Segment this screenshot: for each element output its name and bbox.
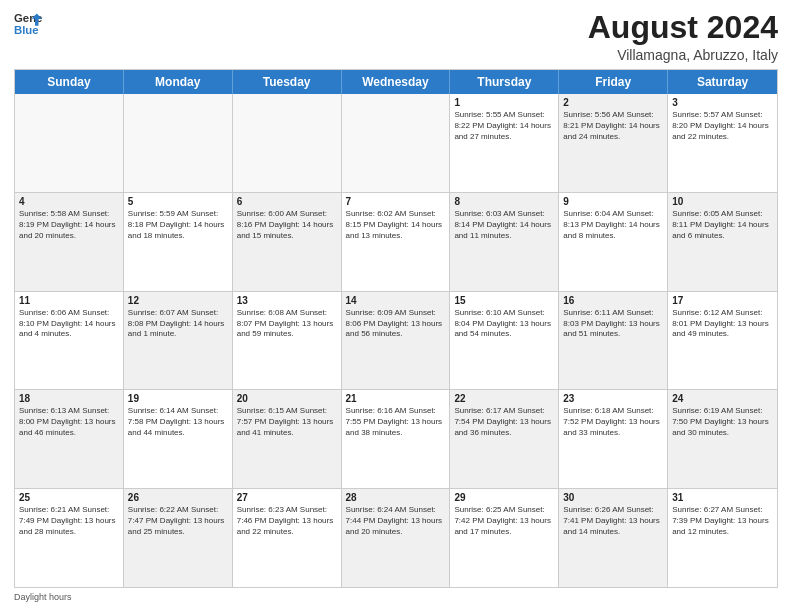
calendar-cell xyxy=(233,94,342,192)
calendar-cell: 9Sunrise: 6:04 AM Sunset: 8:13 PM Daylig… xyxy=(559,193,668,291)
calendar-cell: 21Sunrise: 6:16 AM Sunset: 7:55 PM Dayli… xyxy=(342,390,451,488)
day-number: 11 xyxy=(19,295,119,306)
header-day-wednesday: Wednesday xyxy=(342,70,451,94)
calendar-cell: 25Sunrise: 6:21 AM Sunset: 7:49 PM Dayli… xyxy=(15,489,124,587)
logo: General Blue xyxy=(14,10,42,38)
day-number: 28 xyxy=(346,492,446,503)
day-info: Sunrise: 6:25 AM Sunset: 7:42 PM Dayligh… xyxy=(454,505,554,537)
title-block: August 2024 Villamagna, Abruzzo, Italy xyxy=(588,10,778,63)
calendar-cell: 7Sunrise: 6:02 AM Sunset: 8:15 PM Daylig… xyxy=(342,193,451,291)
day-number: 13 xyxy=(237,295,337,306)
calendar-cell: 8Sunrise: 6:03 AM Sunset: 8:14 PM Daylig… xyxy=(450,193,559,291)
day-info: Sunrise: 6:03 AM Sunset: 8:14 PM Dayligh… xyxy=(454,209,554,241)
calendar-row-1: 1Sunrise: 5:55 AM Sunset: 8:22 PM Daylig… xyxy=(15,94,777,193)
calendar-row-5: 25Sunrise: 6:21 AM Sunset: 7:49 PM Dayli… xyxy=(15,489,777,587)
calendar-cell: 4Sunrise: 5:58 AM Sunset: 8:19 PM Daylig… xyxy=(15,193,124,291)
calendar-row-3: 11Sunrise: 6:06 AM Sunset: 8:10 PM Dayli… xyxy=(15,292,777,391)
day-number: 12 xyxy=(128,295,228,306)
calendar-cell: 20Sunrise: 6:15 AM Sunset: 7:57 PM Dayli… xyxy=(233,390,342,488)
day-number: 10 xyxy=(672,196,773,207)
day-number: 29 xyxy=(454,492,554,503)
day-number: 17 xyxy=(672,295,773,306)
day-number: 21 xyxy=(346,393,446,404)
calendar-cell: 28Sunrise: 6:24 AM Sunset: 7:44 PM Dayli… xyxy=(342,489,451,587)
day-info: Sunrise: 6:26 AM Sunset: 7:41 PM Dayligh… xyxy=(563,505,663,537)
calendar-cell: 19Sunrise: 6:14 AM Sunset: 7:58 PM Dayli… xyxy=(124,390,233,488)
footer-note: Daylight hours xyxy=(14,592,778,602)
day-number: 14 xyxy=(346,295,446,306)
calendar-cell: 22Sunrise: 6:17 AM Sunset: 7:54 PM Dayli… xyxy=(450,390,559,488)
header-day-friday: Friday xyxy=(559,70,668,94)
day-info: Sunrise: 6:19 AM Sunset: 7:50 PM Dayligh… xyxy=(672,406,773,438)
day-number: 23 xyxy=(563,393,663,404)
day-info: Sunrise: 6:05 AM Sunset: 8:11 PM Dayligh… xyxy=(672,209,773,241)
day-info: Sunrise: 6:23 AM Sunset: 7:46 PM Dayligh… xyxy=(237,505,337,537)
header-day-thursday: Thursday xyxy=(450,70,559,94)
calendar-header-row: SundayMondayTuesdayWednesdayThursdayFrid… xyxy=(15,70,777,94)
calendar-cell: 12Sunrise: 6:07 AM Sunset: 8:08 PM Dayli… xyxy=(124,292,233,390)
day-number: 31 xyxy=(672,492,773,503)
calendar-cell xyxy=(124,94,233,192)
calendar-cell: 6Sunrise: 6:00 AM Sunset: 8:16 PM Daylig… xyxy=(233,193,342,291)
day-info: Sunrise: 6:09 AM Sunset: 8:06 PM Dayligh… xyxy=(346,308,446,340)
day-number: 24 xyxy=(672,393,773,404)
day-number: 25 xyxy=(19,492,119,503)
day-info: Sunrise: 5:56 AM Sunset: 8:21 PM Dayligh… xyxy=(563,110,663,142)
day-info: Sunrise: 6:10 AM Sunset: 8:04 PM Dayligh… xyxy=(454,308,554,340)
header: General Blue August 2024 Villamagna, Abr… xyxy=(14,10,778,63)
calendar-cell: 31Sunrise: 6:27 AM Sunset: 7:39 PM Dayli… xyxy=(668,489,777,587)
calendar-cell: 15Sunrise: 6:10 AM Sunset: 8:04 PM Dayli… xyxy=(450,292,559,390)
header-day-sunday: Sunday xyxy=(15,70,124,94)
day-number: 4 xyxy=(19,196,119,207)
day-info: Sunrise: 6:06 AM Sunset: 8:10 PM Dayligh… xyxy=(19,308,119,340)
calendar-cell: 18Sunrise: 6:13 AM Sunset: 8:00 PM Dayli… xyxy=(15,390,124,488)
day-number: 30 xyxy=(563,492,663,503)
calendar: SundayMondayTuesdayWednesdayThursdayFrid… xyxy=(14,69,778,588)
location-subtitle: Villamagna, Abruzzo, Italy xyxy=(588,47,778,63)
day-number: 18 xyxy=(19,393,119,404)
day-number: 2 xyxy=(563,97,663,108)
day-info: Sunrise: 6:21 AM Sunset: 7:49 PM Dayligh… xyxy=(19,505,119,537)
page: General Blue August 2024 Villamagna, Abr… xyxy=(0,0,792,612)
day-number: 7 xyxy=(346,196,446,207)
day-number: 19 xyxy=(128,393,228,404)
day-number: 8 xyxy=(454,196,554,207)
day-number: 27 xyxy=(237,492,337,503)
day-info: Sunrise: 6:07 AM Sunset: 8:08 PM Dayligh… xyxy=(128,308,228,340)
day-info: Sunrise: 5:59 AM Sunset: 8:18 PM Dayligh… xyxy=(128,209,228,241)
calendar-body: 1Sunrise: 5:55 AM Sunset: 8:22 PM Daylig… xyxy=(15,94,777,587)
calendar-cell xyxy=(15,94,124,192)
day-number: 9 xyxy=(563,196,663,207)
day-info: Sunrise: 6:02 AM Sunset: 8:15 PM Dayligh… xyxy=(346,209,446,241)
day-number: 3 xyxy=(672,97,773,108)
day-number: 15 xyxy=(454,295,554,306)
svg-text:Blue: Blue xyxy=(14,24,39,36)
day-info: Sunrise: 6:27 AM Sunset: 7:39 PM Dayligh… xyxy=(672,505,773,537)
calendar-cell: 13Sunrise: 6:08 AM Sunset: 8:07 PM Dayli… xyxy=(233,292,342,390)
daylight-label: Daylight hours xyxy=(14,592,72,602)
day-info: Sunrise: 6:16 AM Sunset: 7:55 PM Dayligh… xyxy=(346,406,446,438)
day-info: Sunrise: 6:15 AM Sunset: 7:57 PM Dayligh… xyxy=(237,406,337,438)
calendar-cell: 5Sunrise: 5:59 AM Sunset: 8:18 PM Daylig… xyxy=(124,193,233,291)
day-info: Sunrise: 6:17 AM Sunset: 7:54 PM Dayligh… xyxy=(454,406,554,438)
calendar-cell: 10Sunrise: 6:05 AM Sunset: 8:11 PM Dayli… xyxy=(668,193,777,291)
calendar-cell: 11Sunrise: 6:06 AM Sunset: 8:10 PM Dayli… xyxy=(15,292,124,390)
calendar-cell: 3Sunrise: 5:57 AM Sunset: 8:20 PM Daylig… xyxy=(668,94,777,192)
day-info: Sunrise: 6:13 AM Sunset: 8:00 PM Dayligh… xyxy=(19,406,119,438)
day-info: Sunrise: 5:55 AM Sunset: 8:22 PM Dayligh… xyxy=(454,110,554,142)
calendar-cell: 29Sunrise: 6:25 AM Sunset: 7:42 PM Dayli… xyxy=(450,489,559,587)
calendar-cell: 17Sunrise: 6:12 AM Sunset: 8:01 PM Dayli… xyxy=(668,292,777,390)
calendar-cell: 16Sunrise: 6:11 AM Sunset: 8:03 PM Dayli… xyxy=(559,292,668,390)
header-day-tuesday: Tuesday xyxy=(233,70,342,94)
calendar-cell: 26Sunrise: 6:22 AM Sunset: 7:47 PM Dayli… xyxy=(124,489,233,587)
calendar-cell xyxy=(342,94,451,192)
day-number: 20 xyxy=(237,393,337,404)
day-number: 5 xyxy=(128,196,228,207)
calendar-row-2: 4Sunrise: 5:58 AM Sunset: 8:19 PM Daylig… xyxy=(15,193,777,292)
day-number: 22 xyxy=(454,393,554,404)
day-info: Sunrise: 6:00 AM Sunset: 8:16 PM Dayligh… xyxy=(237,209,337,241)
calendar-cell: 27Sunrise: 6:23 AM Sunset: 7:46 PM Dayli… xyxy=(233,489,342,587)
day-number: 6 xyxy=(237,196,337,207)
day-info: Sunrise: 6:12 AM Sunset: 8:01 PM Dayligh… xyxy=(672,308,773,340)
day-number: 16 xyxy=(563,295,663,306)
